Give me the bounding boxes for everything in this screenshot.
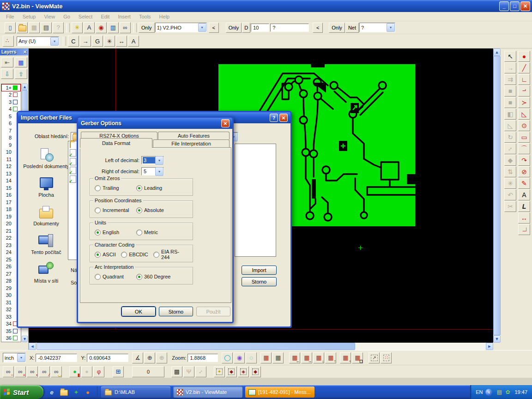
radio-quadrant[interactable]: Quadrant [95,274,136,280]
dialog-close-button[interactable]: ✕ [221,119,230,127]
radio-absolute[interactable]: Absolute [136,207,178,213]
ok-button[interactable]: OK [121,307,156,316]
zoom-grid-button[interactable]: ◉ [234,352,245,363]
new-file-button[interactable]: ▯ [5,22,16,33]
net-combo[interactable]: ? ▾ [359,23,395,32]
ie-quicklaunch-button[interactable]: e [47,387,56,397]
clock[interactable]: 19:47 [514,389,527,395]
gerber-file-icon[interactable] [70,167,76,174]
select-window-button[interactable]: ↗ [369,352,380,363]
highlight-on-button[interactable]: ●▮ [69,366,80,377]
layer-color-swatch[interactable] [13,85,18,90]
task-messenger[interactable]: [191-482-091] - Mess... [245,387,314,398]
place-network[interactable]: Místa v síti [21,262,72,284]
grid-offset-button[interactable]: ▦◻ [352,352,363,363]
diamond-move-button[interactable]: ◆ [250,366,261,377]
goto-arrow-button[interactable]: → [80,36,91,47]
radio-ascii[interactable]: ASCII [95,252,115,258]
star-select-button[interactable]: ✳ [104,36,115,47]
diamond-select-button[interactable]: ◆ [226,366,237,377]
grid-snap-button[interactable]: ▦ [260,352,272,363]
right-of-decimal-combo[interactable]: 5 ▾ [141,167,164,175]
aperture-list-button[interactable]: A [84,22,95,33]
radio-360-degree[interactable]: 360 Degree [136,274,178,280]
radio-eia-rs-244[interactable]: EIA RS-244 [153,249,187,260]
chevron-down-icon[interactable]: ▾ [387,23,395,32]
help-book-quicklaunch-button[interactable]: ✦ [72,387,81,397]
insert-label-tool[interactable]: L [518,201,530,212]
menu-select[interactable]: Select [74,13,97,20]
only-dcode-button[interactable]: Only [226,23,242,33]
print-button[interactable]: ▤ [41,22,52,33]
layer-table-button[interactable]: ▦ [15,57,27,67]
layer-color-swatch[interactable] [13,107,18,111]
minimize-button[interactable]: _ [499,1,509,11]
dock-layers-button[interactable]: ⇤ [1,57,13,67]
layer-combo[interactable]: 1) V2.PHO ▾ [155,23,207,32]
insert-arc-tool[interactable]: ⌒ [518,143,530,154]
place-recent-documents[interactable]: Poslední dokumenty [21,147,72,169]
place-desktop[interactable]: Plocha [21,176,72,198]
menu-insert[interactable]: Insert [114,13,135,20]
net-button[interactable]: Net [345,23,359,33]
layer-row-3[interactable]: 3 [1,98,21,106]
code-g-button[interactable]: G [92,36,103,47]
protractor-button[interactable]: ∡ [132,352,143,363]
layer-row-35[interactable]: 35 [1,327,21,335]
tile-view-button[interactable]: ⊞ [113,366,124,377]
import-cancel-button[interactable]: Storno [242,277,277,286]
task-dmlab[interactable]: D:\MLAB [101,387,170,398]
insert-arrow-tool[interactable]: ≻ [518,97,530,108]
insert-line-tool[interactable]: ╱ [518,62,530,73]
prev-net-button[interactable]: < [313,23,323,33]
tray-icq-icon[interactable]: ✿ [503,387,512,397]
zoom-window-button[interactable]: ◌ [246,352,257,363]
grid-display-button[interactable]: ▦ [272,352,284,363]
measure-glasses-button[interactable]: ∞ [120,22,131,33]
task-viewmate[interactable]: V2.bin - ViewMate [173,387,242,398]
pan-left-button[interactable]: ▦← [289,352,300,363]
layer-color-swatch[interactable] [13,92,18,97]
import-button[interactable]: Import [242,266,277,275]
item-type-combo[interactable]: Any (U) ▾ [17,36,59,46]
select-pattern-button[interactable]: ∷ [381,352,392,363]
tab-auto-features[interactable]: Auto Features [158,132,230,139]
tray-card-icon[interactable]: ▤ [495,387,503,397]
view-arc-button[interactable]: ∞◡ [51,366,62,377]
explorer-quicklaunch-button[interactable] [59,387,69,397]
highlight-off-button[interactable]: ● [81,366,92,377]
layer-colors-button[interactable]: ▥ [108,22,119,33]
unit-combo[interactable]: inch ▾ [3,353,26,363]
view-flash-button[interactable]: ∞▪ [27,366,38,377]
layer-down-button[interactable]: ⇩ [1,69,13,79]
insert-ellipse-arc-tool[interactable]: ⊘ [518,166,530,177]
insert-corner-bracket-tool[interactable]: ∟ [518,224,530,235]
dcode-button[interactable]: D [242,23,250,33]
flash-view-button[interactable]: ✳ [72,22,83,33]
insert-curve-tool[interactable]: ↷ [518,155,530,166]
probe-button[interactable]: φ [93,366,104,377]
radio-trailing[interactable]: Trailing [95,185,136,191]
menu-help[interactable]: Help [155,13,174,20]
dcode-view-button[interactable]: ◉ [96,22,107,33]
insert-corner-tool[interactable]: ⌐ [518,85,530,97]
only-net-button[interactable]: Only [329,23,345,33]
place-computer[interactable]: Tento počítač [21,233,72,255]
insert-dimension-tool[interactable]: ↔ [518,212,530,224]
x-coordinate-field[interactable]: -0.942237 [36,354,77,362]
insert-text-tool[interactable]: A [518,189,530,200]
layers-panel-header[interactable]: Layers ✕ [0,48,28,55]
view-trace-button[interactable]: ∞∕ [39,366,50,377]
canvas-horizontal-scrollbar[interactable]: ◄ ► [29,343,493,350]
radio-leading[interactable]: Leading [136,185,178,191]
layer-row-1plus[interactable]: 1+ [1,84,21,91]
tray-chevron-icon[interactable]: ‹ [485,389,492,396]
y-coordinate-field[interactable]: 0.690643 [87,354,128,362]
insert-rectangle-tool[interactable]: ▭ [518,132,530,143]
vertical-scroll-thumb[interactable] [493,56,501,335]
radio-metric[interactable]: Metric [136,230,178,236]
gerber-file-icon[interactable] [70,149,76,157]
menu-go[interactable]: Go [59,13,74,20]
close-icon[interactable]: ✕ [23,50,27,54]
open-file-button[interactable] [17,22,28,33]
